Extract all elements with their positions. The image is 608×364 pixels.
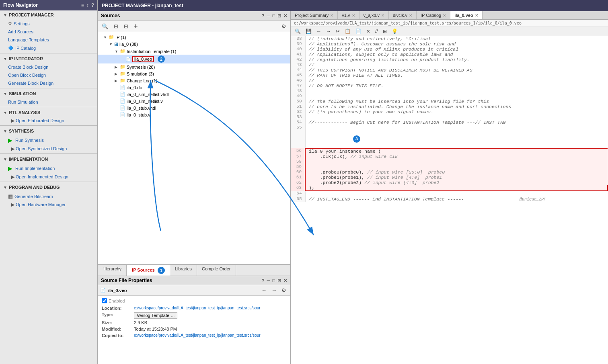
tree-item-ila0-stub-v[interactable]: 📄 ila_0_stub.v [98,111,290,118]
sfp-restore-icon[interactable]: □ [272,278,275,283]
sources-search-btn[interactable]: 🔍 [100,22,110,30]
code-row-52: 52 // (in parentheses) to your own signa… [291,109,608,115]
inst-template-folder-icon: 📁 [120,49,125,54]
tree-item-changelog[interactable]: ▶ 📁 Change Log (1) [98,77,290,84]
flow-navigator-title: Flow Navigator [3,2,38,8]
sfp-size-label: Size: [102,320,134,325]
tree-item-ila0-veo[interactable]: 📄 ila_0.veo 2 [98,55,290,63]
rtl-analysis-label: RTL ANALYSIS [9,110,40,115]
sfp-type-box[interactable]: Verilog Template ... [134,312,177,319]
tab-vajxdv[interactable]: v_ajxd.v ✕ [359,11,389,19]
ed-light-btn[interactable]: 💡 [390,28,399,35]
fn-open-hardware-manager[interactable]: ▶ Open Hardware Manager [0,201,97,209]
sources-add-btn[interactable]: + [132,22,139,31]
sfp-help-icon[interactable]: ? [262,278,265,283]
sfp-maximize-icon[interactable]: ⊡ [277,278,281,283]
sources-close-icon[interactable]: ✕ [283,13,287,18]
ed-redo-btn[interactable]: → [325,28,333,35]
ed-comment-btn[interactable]: // [374,28,380,35]
tab-compile-order[interactable]: Compile Order [197,265,236,276]
fn-run-simulation[interactable]: Run Simulation [0,98,97,106]
fn-icon-help[interactable]: ? [91,2,94,8]
section-synthesis[interactable]: ▼ SYNTHESIS [0,127,97,135]
sfp-type-label: Type: [102,312,134,319]
section-rtl-analysis[interactable]: ▼ RTL ANALYSIS [0,108,97,117]
editor-path: e:/workspace/provivado/ILA_test/jianpan_… [291,20,608,27]
close-project-summary[interactable]: ✕ [330,13,333,18]
code-row-57: 57 .clk(clk), // input wire clk [291,154,608,159]
tree-item-simulation[interactable]: ▶ 📁 Simulation (3) [98,70,290,77]
code-editor[interactable]: 38 // (individually and collectively, "C… [291,36,608,364]
fn-icon-menu[interactable]: ≡ [81,2,84,8]
ed-cut-btn[interactable]: ✂ [334,28,341,35]
close-vajxdv[interactable]: ✕ [381,13,384,18]
ed-undo-btn[interactable]: ← [315,28,323,35]
tree-item-ila0[interactable]: ▼ ⊞ ila_0 (38) [98,41,290,48]
close-divclkv[interactable]: ✕ [409,13,412,18]
sources-collapse-btn[interactable]: ⊟ [112,22,120,30]
ed-paste-btn[interactable]: 📄 [354,28,363,35]
tab-hierarchy[interactable]: Hierarchy [98,265,127,276]
tree-item-ila0-sim-vhdl[interactable]: 📄 ila_0_sim_netlist.vhdl [98,91,290,98]
sources-restore-icon[interactable]: □ [272,13,275,18]
tab-v1v[interactable]: v1.v ✕ [338,11,359,19]
fn-open-block-design[interactable]: Open Block Design [0,71,97,79]
tab-divclkv[interactable]: divclk.v ✕ [389,11,417,19]
tab-ila0-veo[interactable]: ila_0.veo ✕ [450,11,482,19]
fn-generate-block-design[interactable]: Generate Block Design [0,79,97,87]
tree-item-synthesis[interactable]: ▶ 📁 Synthesis (28) [98,63,290,70]
fn-run-implementation[interactable]: ▶ Run Implementation [0,164,97,173]
sfp-back-btn[interactable]: ← [260,286,268,294]
simulation-label: SIMULATION [9,91,36,96]
ip-arrow-icon: ▼ [103,35,107,39]
tab-libraries[interactable]: Libraries [170,265,197,276]
code-row-58: 58 [291,159,608,164]
close-ila0-veo[interactable]: ✕ [475,13,478,18]
section-simulation[interactable]: ▼ SIMULATION [0,89,97,98]
sfp-enabled-checkbox[interactable] [102,298,107,303]
fn-icon-sort[interactable]: ↕ [86,2,89,8]
close-v1v[interactable]: ✕ [352,13,355,18]
close-ip-catalog[interactable]: ✕ [443,13,446,18]
section-implementation[interactable]: ▼ IMPLEMENTATION [0,155,97,164]
fn-open-synthesized-design[interactable]: ▶ Open Synthesized Design [0,145,97,153]
sfp-forward-btn[interactable]: → [270,286,278,294]
sources-minimize-icon[interactable]: ─ [267,13,270,18]
annotation-1: 1 [158,267,165,274]
sfp-minimize-icon[interactable]: ─ [267,278,270,283]
tab-project-summary[interactable]: Project Summary ✕ [291,11,338,19]
fn-create-block-design[interactable]: Create Block Design [0,63,97,71]
section-program-debug[interactable]: ▼ PROGRAM AND DEBUG [0,183,97,192]
tree-item-ila0-dc[interactable]: 📄 ila_0.dc [98,84,290,91]
fn-add-sources[interactable]: Add Sources [0,28,97,36]
sources-expand-btn[interactable]: ⊞ [122,22,130,30]
tree-item-ila0-sim-v[interactable]: 📄 ila_0_sim_netlist.v [98,98,290,104]
fn-open-implemented-design[interactable]: ▶ Open Implemented Design [0,173,97,181]
fn-open-elaborated-design[interactable]: ▶ Open Elaborated Design [0,117,97,125]
ed-delete-btn[interactable]: ✕ [365,28,372,35]
tree-item-ip[interactable]: ▼ 📁 IP (1) [98,34,290,41]
sources-settings-btn[interactable]: ⚙ [280,22,288,30]
ed-search-btn[interactable]: 🔍 [293,28,302,35]
fn-run-synthesis[interactable]: ▶ Run Synthesis [0,135,97,145]
ed-save-btn[interactable]: 💾 [304,28,313,35]
section-project-manager[interactable]: ▼ PROJECT MANAGER [0,10,97,19]
fn-settings[interactable]: ⚙ Settings [0,19,97,28]
ed-indent-btn[interactable]: ⊞ [381,28,388,35]
fn-ip-catalog[interactable]: 🔷 IP Catalog [0,44,97,52]
sources-maximize-icon[interactable]: ⊡ [277,13,281,18]
synthesis-tree-arrow-icon: ▶ [115,65,119,69]
section-ip-integrator[interactable]: ▼ IP INTEGRATOR [0,54,97,63]
sfp-close-icon[interactable]: ✕ [283,278,287,283]
tab-ip-sources[interactable]: IP Sources 1 [127,265,170,276]
fn-generate-bitstream[interactable]: ▦ Generate Bitstream [0,192,97,201]
tree-item-ila0-stub-vhdl[interactable]: 📄 ila_0_stub.vhdl [98,104,290,111]
ed-copy-btn[interactable]: 📋 [343,28,352,35]
sources-panel: Sources ? ─ □ ⊡ ✕ 🔍 ⊟ ⊞ + ⚙ [98,11,291,364]
tree-item-inst-template[interactable]: ▼ 📁 Instantiation Template (1) [98,48,290,55]
code-table: 38 // (individually and collectively, "C… [291,36,608,202]
sfp-settings-btn[interactable]: ⚙ [280,286,288,294]
tab-ip-catalog[interactable]: IP Catalog ✕ [417,11,450,19]
sources-help-icon[interactable]: ? [262,13,265,18]
fn-language-templates[interactable]: Language Templates [0,36,97,44]
